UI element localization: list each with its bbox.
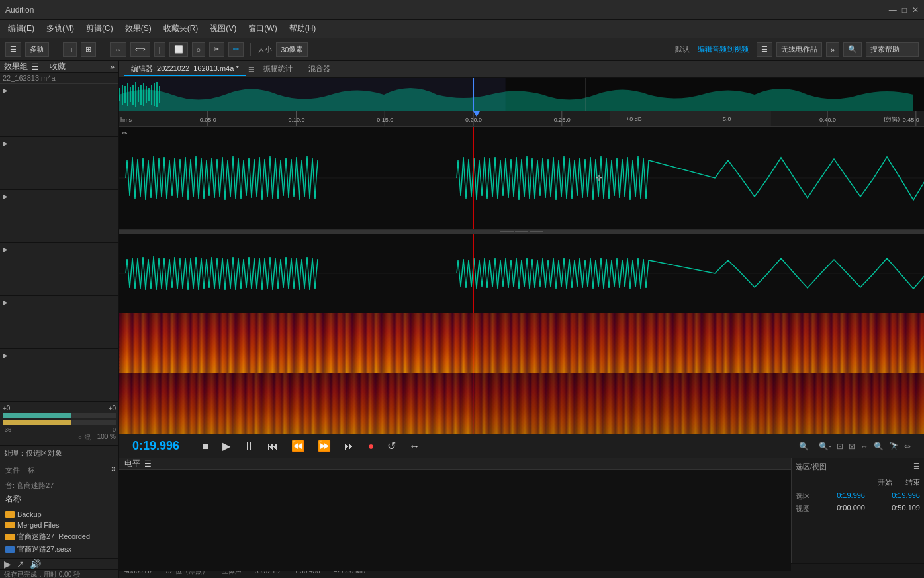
edit-video-btn[interactable]: 编辑音频到视频 (694, 42, 753, 57)
track-arrow-1[interactable]: ▶ (3, 87, 116, 94)
search-help[interactable]: 搜索帮助 (866, 42, 919, 57)
folder-name: 名称 (3, 492, 116, 506)
track-arrow-6[interactable]: ▶ (3, 352, 116, 359)
wireless-btn[interactable]: 无线电作品 (776, 42, 822, 57)
toolbar-btn1[interactable]: □ (63, 42, 77, 57)
size-value[interactable]: 30 像素 (276, 42, 308, 57)
process-row: 处理：仅选区对象 (0, 446, 118, 461)
menu-edit[interactable]: 编辑(E) (3, 22, 40, 36)
track-arrow-2[interactable]: ▶ (3, 140, 116, 147)
file-item-3[interactable]: 官商迷路27_Recorded (3, 530, 116, 543)
rewind-start-btn[interactable]: ⏮ (265, 440, 281, 452)
track-row-6: ▶ (0, 349, 118, 402)
svg-text:(剪辑): (剪辑) (884, 116, 900, 122)
volume-percent: ○ 混 100 % (3, 433, 116, 442)
track-row-3: ▶ (0, 190, 118, 243)
share-btn[interactable]: ↗ (17, 559, 24, 569)
toolbar-btn2[interactable]: ⊞ (81, 42, 96, 57)
file-item-2[interactable]: Merged Files (3, 520, 116, 530)
levels-panel: 电平 ☰ -57-54-51-48 -45-42-39-36 (119, 458, 792, 563)
menu-window[interactable]: 窗口(W) (243, 22, 282, 36)
fit2-btn[interactable]: ⊠ (849, 442, 855, 451)
levels-title: 电平 (124, 458, 140, 469)
tab-mixer[interactable]: 混音器 (302, 62, 337, 76)
search-icon[interactable]: 🔍 (843, 42, 862, 57)
menu-favorites[interactable]: 收藏夹(R) (158, 22, 204, 36)
track1: ✏ ✛ (119, 127, 924, 230)
zoom-out-btn[interactable]: 🔍- (819, 442, 831, 451)
track-arrow-4[interactable]: ▶ (3, 246, 116, 253)
menu-multitrack[interactable]: 多轨(M) (41, 22, 79, 36)
close-button[interactable]: ✕ (912, 5, 919, 15)
fit-btn[interactable]: ⊡ (837, 442, 843, 451)
play-btn[interactable]: ▶ (220, 440, 233, 452)
maximize-button[interactable]: □ (902, 5, 907, 15)
menu-help[interactable]: 帮助(H) (284, 22, 322, 36)
zoom5-btn[interactable]: ⇔ (904, 442, 911, 451)
expand-btn[interactable]: » (826, 42, 839, 57)
toolbar-move[interactable]: ↔ (110, 42, 126, 57)
zoom3-btn[interactable]: 🔍 (874, 442, 884, 451)
waveform-area[interactable]: ✏ ✛ (119, 127, 924, 434)
toolbar-slip[interactable]: ⟺ (130, 42, 150, 57)
track-arrow-3[interactable]: ▶ (3, 193, 116, 200)
scroll-btn[interactable]: ↔ (860, 442, 868, 451)
menu-icon[interactable]: ☰ (757, 42, 772, 57)
levels-menu[interactable]: ☰ (144, 459, 152, 469)
zoom-in-btn[interactable]: 🔍+ (799, 442, 813, 451)
menu-clip[interactable]: 剪辑(C) (81, 22, 118, 36)
left-panel: 效果组 ☰ 收藏 » 22_162813.m4a ▶ ▶ ▶ ▶ (0, 61, 119, 578)
tab-editor[interactable]: 编辑器: 20221022_162813.m4a * (124, 62, 246, 76)
effects-menu[interactable]: ☰ (32, 62, 39, 72)
tab-amplitude[interactable]: 振幅统计 (257, 62, 299, 76)
zoom4-btn[interactable]: 🔭 (889, 442, 899, 451)
volume-btn[interactable]: 🔊 (30, 559, 41, 569)
sel-end: 0:19.996 (892, 491, 920, 501)
minimize-button[interactable]: — (889, 5, 897, 15)
selection-panel: 选区/视图 ☰ 开始 结束 选区 0:19.996 0:19.996 视图 0:… (792, 458, 924, 563)
loop-btn[interactable]: ↺ (385, 440, 398, 452)
file-item-1[interactable]: Backup (3, 509, 116, 520)
sel-start: 0:19.996 (837, 491, 865, 501)
pause-btn[interactable]: ⏸ (241, 440, 257, 452)
forward-end-btn[interactable]: ⏭ (342, 440, 357, 452)
tab-markers[interactable]: 标 (25, 464, 38, 477)
toolbar-brush[interactable]: ✏ (228, 42, 244, 57)
expand-left[interactable]: » (110, 62, 115, 72)
overview-waveform[interactable] (119, 78, 924, 111)
search-label: 音: 官商迷路27 (3, 479, 116, 492)
toolbar-lasso[interactable]: ○ (192, 42, 206, 57)
mode-label[interactable]: 多轨 (25, 42, 49, 57)
playback-controls: ▶ ↗ 🔊 (0, 558, 118, 569)
volume-bar-2[interactable] (3, 420, 116, 425)
track-row-2: ▶ (0, 137, 118, 190)
toolbar-select[interactable]: ⬜ (169, 42, 188, 57)
stop-btn[interactable]: ■ (200, 440, 212, 452)
expand-btn2[interactable]: » (111, 464, 116, 477)
menu-view[interactable]: 视图(V) (205, 22, 242, 36)
db-labels: -36 0 (3, 426, 116, 433)
rewind-btn[interactable]: ⏪ (289, 440, 307, 452)
overview-svg (119, 78, 924, 111)
expand-btn-transport[interactable]: ↔ (406, 440, 422, 452)
cursor-indicator: ✛ (596, 173, 602, 183)
time-display: 0:19.996 (132, 439, 192, 453)
selection-menu[interactable]: ☰ (913, 462, 920, 472)
volume-fill-2 (3, 420, 71, 425)
forward-btn[interactable]: ⏩ (315, 440, 334, 452)
menu-effects[interactable]: 效果(S) (120, 22, 157, 36)
toolbar-razor[interactable]: ✂ (209, 42, 224, 57)
record-btn[interactable]: ● (365, 440, 377, 452)
play-btn-left[interactable]: ▶ (4, 559, 11, 569)
toolbar-icon[interactable]: ☰ (5, 42, 21, 57)
volume-bar-1[interactable] (3, 413, 116, 418)
tab-files[interactable]: 文件 (3, 464, 23, 477)
toolbar-cursor[interactable]: | (154, 42, 165, 57)
file-item-4[interactable]: 官商迷路27.sesx (3, 543, 116, 555)
timeline-ruler[interactable]: hms 0:05.0 0:10.0 0:15.0 0:20.0 0:25.0 0… (119, 111, 924, 127)
bottom-panel: 电平 ☰ -57-54-51-48 -45-42-39-36 (119, 458, 924, 563)
vol-label1: +0 (3, 405, 10, 412)
sel-label: 选区 (796, 491, 810, 501)
track-arrow-5[interactable]: ▶ (3, 299, 116, 306)
tab-menu-icon[interactable]: ☰ (248, 66, 254, 73)
